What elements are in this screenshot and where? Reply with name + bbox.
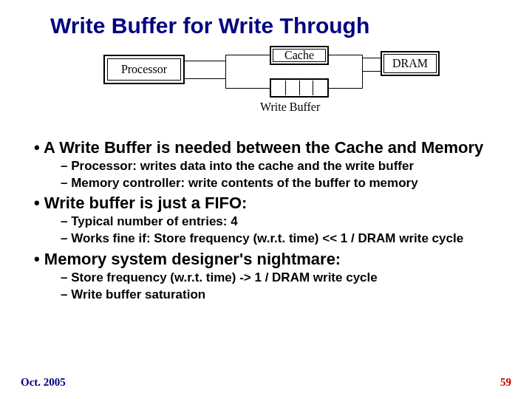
slide-title: Write Buffer for Write Through	[50, 13, 511, 38]
connector	[185, 61, 225, 61]
bullet-2-sub-2: Works fine if: Store frequency (w.r.t. t…	[28, 231, 504, 247]
write-buffer-box	[270, 78, 329, 98]
bullet-3-sub-2: Write buffer saturation	[28, 287, 504, 303]
connector	[362, 58, 381, 58]
cache-label: Cache	[284, 49, 314, 62]
bullet-1-sub-2: Memory controller: write contents of the…	[28, 176, 504, 191]
processor-box: Processor	[103, 55, 185, 84]
connector	[225, 55, 270, 55]
footer-date: Oct. 2005	[21, 376, 66, 389]
fifo-cell	[313, 81, 327, 95]
write-buffer-label: Write Buffer	[260, 100, 320, 114]
cache-box: Cache	[270, 46, 329, 65]
bullet-1-sub-1: Processor: writes data into the cache an…	[28, 159, 504, 174]
connector	[225, 55, 226, 89]
diagram: Processor Cache DRAM Write Buffer	[66, 46, 466, 131]
content-area: A Write Buffer is needed between the Cac…	[21, 138, 511, 302]
connector	[185, 78, 225, 79]
bullet-1: A Write Buffer is needed between the Cac…	[28, 138, 504, 157]
connector	[225, 88, 270, 89]
dram-label: DRAM	[392, 57, 428, 70]
page-number: 59	[500, 376, 511, 389]
bullet-3: Memory system designer's nightmare:	[28, 250, 504, 269]
fifo-cell	[300, 81, 314, 95]
connector	[329, 88, 362, 89]
dram-box: DRAM	[381, 51, 440, 76]
processor-label: Processor	[121, 63, 167, 76]
bullet-2-sub-1: Typical number of entries: 4	[28, 214, 504, 230]
fifo-cell	[286, 81, 300, 95]
connector	[362, 71, 381, 72]
bullet-2: Write buffer is just a FIFO:	[28, 194, 504, 213]
footer: Oct. 2005 59	[21, 376, 511, 389]
bullet-3-sub-1: Store frequency (w.r.t. time) -> 1 / DRA…	[28, 270, 504, 286]
connector	[329, 55, 362, 55]
connector	[362, 55, 363, 89]
fifo-cell	[272, 81, 286, 95]
